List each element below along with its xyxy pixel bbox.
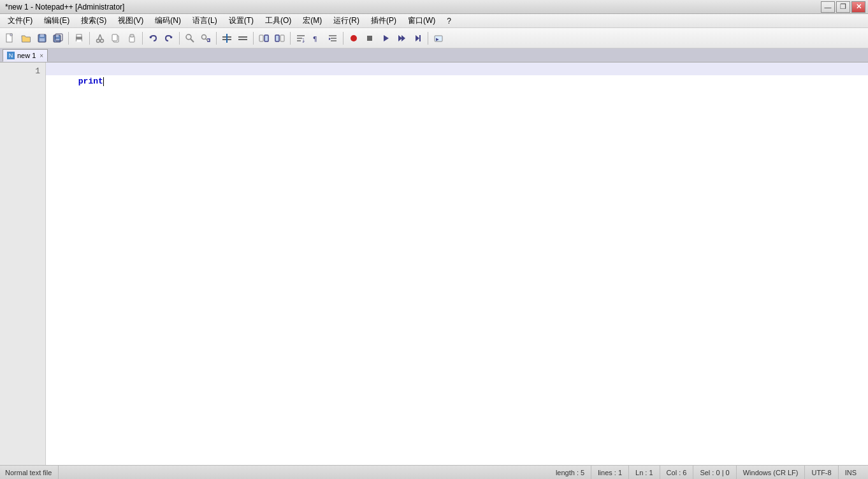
toolbar-sep-9 bbox=[428, 32, 428, 45]
find-button[interactable] bbox=[182, 31, 198, 46]
title-text: *new 1 - Notepad++ [Administrator] bbox=[3, 3, 124, 11]
svg-rect-16 bbox=[112, 34, 117, 41]
menu-macro[interactable]: 宏(M) bbox=[298, 14, 327, 27]
indent-button[interactable] bbox=[325, 31, 340, 46]
toolbar-sep-3 bbox=[142, 32, 143, 45]
svg-rect-5 bbox=[55, 35, 59, 37]
open-button[interactable] bbox=[18, 31, 34, 46]
new-button[interactable] bbox=[3, 31, 18, 46]
copy-button[interactable] bbox=[108, 31, 124, 46]
keyword-print: print bbox=[78, 77, 103, 86]
status-eol: Windows (CR LF) bbox=[737, 466, 806, 479]
svg-rect-27 bbox=[226, 34, 228, 43]
line-numbers: 1 bbox=[0, 63, 46, 465]
svg-point-11 bbox=[97, 39, 100, 42]
svg-rect-29 bbox=[238, 39, 247, 40]
wrap-button[interactable] bbox=[293, 31, 308, 46]
macro-stop-button[interactable] bbox=[362, 31, 377, 46]
toolbar-sep-7 bbox=[290, 32, 291, 45]
toolbar-sep-6 bbox=[253, 32, 254, 45]
sync-split-button[interactable] bbox=[272, 31, 287, 46]
status-ins: INS bbox=[839, 466, 863, 479]
svg-rect-18 bbox=[130, 34, 134, 37]
tab-label: new 1 bbox=[17, 52, 36, 59]
close-button[interactable]: ✕ bbox=[851, 1, 865, 13]
title-buttons: — ❐ ✕ bbox=[821, 1, 865, 13]
restore-button[interactable]: ❐ bbox=[836, 1, 850, 13]
svg-line-22 bbox=[191, 39, 194, 42]
svg-rect-48 bbox=[419, 35, 421, 41]
menu-bar: 文件(F) 编辑(E) 搜索(S) 视图(V) 编码(N) 语言(L) 设置(T… bbox=[0, 14, 868, 28]
line-number-1: 1 bbox=[30, 65, 45, 78]
macro-run-multi-button[interactable] bbox=[394, 31, 409, 46]
svg-rect-43 bbox=[367, 36, 372, 41]
menu-file[interactable]: 文件(F) bbox=[3, 14, 38, 27]
status-position: Ln : 1 bbox=[629, 466, 660, 479]
sync-scroll-button[interactable] bbox=[256, 31, 271, 46]
redo-button[interactable] bbox=[161, 31, 177, 46]
tab-close-button[interactable]: × bbox=[40, 52, 43, 59]
menu-run[interactable]: 运行(R) bbox=[328, 14, 365, 27]
toolbar-sep-1 bbox=[68, 32, 69, 45]
status-bar: Normal text file length : 5 lines : 1 Ln… bbox=[0, 465, 868, 479]
svg-line-13 bbox=[98, 34, 100, 40]
menu-window[interactable]: 窗口(W) bbox=[403, 14, 440, 27]
toolbar-sep-5 bbox=[216, 32, 217, 45]
status-mode: Normal text file bbox=[5, 466, 59, 479]
svg-point-23 bbox=[202, 34, 206, 39]
svg-text:¶: ¶ bbox=[313, 35, 317, 43]
svg-rect-9 bbox=[76, 34, 82, 37]
text-cursor bbox=[103, 77, 104, 86]
svg-point-42 bbox=[351, 35, 357, 41]
svg-rect-10 bbox=[76, 40, 82, 42]
title-bar: *new 1 - Notepad++ [Administrator] — ❐ ✕ bbox=[0, 0, 868, 14]
save-button[interactable] bbox=[34, 31, 50, 46]
status-length: length : 5 bbox=[549, 466, 591, 479]
menu-edit[interactable]: 编辑(E) bbox=[39, 14, 75, 27]
editor-container: 1 print bbox=[0, 63, 868, 465]
svg-marker-41 bbox=[329, 38, 331, 40]
menu-search[interactable]: 搜索(S) bbox=[76, 14, 112, 27]
svg-marker-44 bbox=[384, 35, 389, 41]
macro-play-button[interactable] bbox=[378, 31, 393, 46]
svg-point-12 bbox=[101, 39, 104, 42]
svg-marker-47 bbox=[416, 35, 419, 41]
macro-save-button[interactable] bbox=[410, 31, 425, 46]
svg-rect-28 bbox=[238, 36, 247, 38]
zoom-in-button[interactable] bbox=[219, 31, 235, 46]
svg-marker-46 bbox=[401, 35, 405, 41]
save-all-button[interactable] bbox=[50, 31, 66, 46]
menu-settings[interactable]: 设置(T) bbox=[224, 14, 259, 27]
status-col: Col : 6 bbox=[660, 466, 694, 479]
print-button[interactable] bbox=[71, 31, 87, 46]
toolbar: ¶ ▶ bbox=[0, 28, 868, 48]
run-script-button[interactable]: ▶ bbox=[431, 31, 446, 46]
replace-button[interactable] bbox=[198, 31, 213, 46]
code-area[interactable]: print bbox=[46, 63, 868, 465]
menu-plugins[interactable]: 插件(P) bbox=[366, 14, 401, 27]
menu-help[interactable]: ? bbox=[442, 15, 456, 27]
svg-rect-2 bbox=[40, 34, 44, 37]
minimize-button[interactable]: — bbox=[821, 1, 835, 13]
svg-rect-3 bbox=[40, 38, 45, 41]
paste-button[interactable] bbox=[124, 31, 140, 46]
all-chars-button[interactable]: ¶ bbox=[309, 31, 324, 46]
menu-tools[interactable]: 工具(O) bbox=[260, 14, 296, 27]
status-lines: lines : 1 bbox=[591, 466, 629, 479]
undo-button[interactable] bbox=[145, 31, 161, 46]
tab-new1[interactable]: N new 1 × bbox=[3, 49, 48, 62]
svg-line-14 bbox=[100, 34, 102, 40]
menu-encoding[interactable]: 编码(N) bbox=[150, 14, 186, 27]
svg-rect-30 bbox=[259, 35, 263, 41]
status-encoding: UTF-8 bbox=[805, 466, 838, 479]
svg-rect-32 bbox=[275, 35, 279, 41]
cut-button[interactable] bbox=[92, 31, 108, 46]
zoom-out-button[interactable] bbox=[235, 31, 250, 46]
code-line-1: print bbox=[46, 63, 868, 75]
menu-view[interactable]: 视图(V) bbox=[113, 14, 148, 27]
svg-text:▶: ▶ bbox=[436, 36, 439, 42]
macro-record-button[interactable] bbox=[346, 31, 361, 46]
svg-rect-31 bbox=[264, 35, 268, 41]
tab-bar: N new 1 × bbox=[0, 48, 868, 63]
menu-language[interactable]: 语言(L) bbox=[187, 14, 222, 27]
